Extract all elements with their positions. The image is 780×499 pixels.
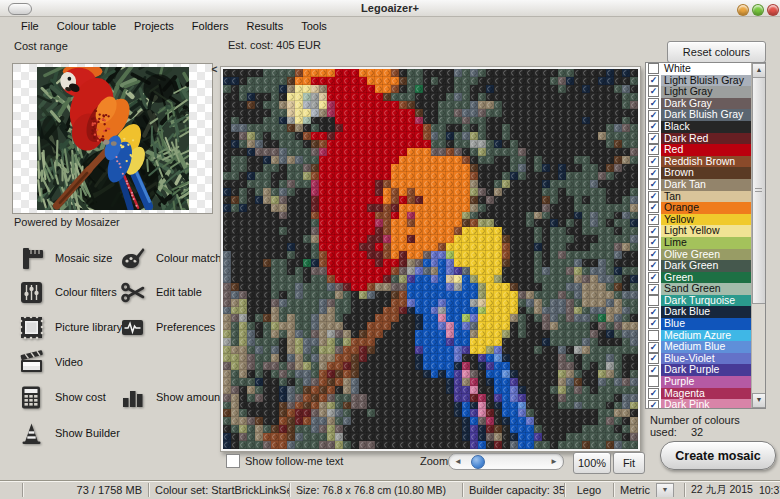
colour-checkbox[interactable]: ✓ — [648, 342, 659, 353]
colour-checkbox[interactable]: ✓ — [648, 98, 659, 109]
colour-row-dark-tan[interactable]: ✓Dark Tan — [646, 179, 765, 191]
colour-row-purple[interactable]: Purple — [646, 376, 765, 388]
zoom-100-button[interactable]: 100% — [573, 452, 611, 474]
colour-row-dark-pink[interactable]: ✓Dark Pink — [646, 399, 765, 409]
show-follow-me-checkbox[interactable] — [226, 454, 240, 468]
colour-checkbox[interactable]: ✓ — [648, 365, 659, 376]
mosaic-preview-panel[interactable] — [220, 66, 641, 452]
colour-row-orange[interactable]: ✓Orange — [646, 202, 765, 214]
colour-name: Sand Green — [661, 283, 752, 295]
colour-checkbox[interactable]: ✓ — [648, 226, 659, 237]
colour-checkbox[interactable]: ✓ — [648, 110, 659, 121]
colour-row-red[interactable]: ✓Red — [646, 144, 765, 156]
colour-row-light-gray[interactable]: ✓Light Gray — [646, 86, 765, 98]
tool-colour-filters[interactable]: Colour filters — [16, 277, 116, 307]
scroll-down-arrow-icon[interactable]: ▼ — [752, 393, 766, 408]
colour-row-tan[interactable]: ✓Tan — [646, 191, 765, 203]
colour-checkbox[interactable]: ✓ — [648, 144, 659, 155]
colour-checkbox[interactable] — [648, 376, 659, 387]
colour-checkbox[interactable]: ✓ — [648, 179, 659, 190]
colour-row-medium-azure[interactable]: Medium Azure — [646, 330, 765, 342]
colour-list-scrollbar[interactable]: ▲ ▼ — [751, 63, 765, 408]
colour-checkbox[interactable]: ✓ — [648, 272, 659, 283]
colour-checkbox[interactable] — [648, 330, 659, 341]
tool-colour-matching[interactable]: Colour matching — [117, 243, 217, 273]
menu-item-projects[interactable]: Projects — [125, 19, 183, 33]
tool-show-builder[interactable]: Show Builder — [16, 418, 116, 448]
colour-row-blue[interactable]: ✓Blue — [646, 318, 765, 330]
tool-show-cost[interactable]: Show cost — [16, 382, 116, 412]
colour-checkbox[interactable]: ✓ — [648, 388, 659, 399]
colour-checkbox[interactable]: ✓ — [648, 156, 659, 167]
colour-row-black[interactable]: ✓Black — [646, 121, 765, 133]
units-dropdown-icon[interactable]: ▼ — [656, 483, 674, 497]
colour-row-magenta[interactable]: ✓Magenta — [646, 388, 765, 400]
reset-colours-button[interactable]: Reset colours — [667, 41, 766, 63]
menu-item-results[interactable]: Results — [238, 19, 293, 33]
colour-checkbox[interactable]: ✓ — [648, 75, 659, 86]
maximize-button[interactable] — [752, 4, 764, 16]
colour-checkbox[interactable]: ✓ — [648, 133, 659, 144]
tool-show-amount[interactable]: Show amount — [117, 382, 217, 412]
mosaic-preview[interactable] — [223, 69, 638, 449]
colour-row-dark-gray[interactable]: ✓Dark Gray — [646, 98, 765, 110]
menu-item-folders[interactable]: Folders — [183, 19, 238, 33]
colour-checkbox[interactable]: ✓ — [648, 249, 659, 260]
zoom-slider[interactable]: ◄ ► — [448, 453, 564, 470]
colour-row-green[interactable]: ✓Green — [646, 272, 765, 284]
tool-preferences[interactable]: Preferences — [117, 312, 217, 342]
colour-row-light-yellow[interactable]: ✓Light Yellow — [646, 225, 765, 237]
fit-button[interactable]: Fit — [613, 452, 645, 474]
zoom-out-arrow-icon[interactable]: ◄ — [454, 456, 462, 467]
zoom-slider-thumb[interactable] — [471, 455, 485, 469]
colour-checkbox[interactable] — [648, 295, 659, 306]
colour-checkbox[interactable]: ✓ — [648, 237, 659, 248]
colour-row-lime[interactable]: ✓Lime — [646, 237, 765, 249]
tool-edit-table[interactable]: Edit table — [117, 277, 217, 307]
colour-checkbox[interactable]: ✓ — [648, 284, 659, 295]
colour-row-dark-turquoise[interactable]: Dark Turquoise — [646, 295, 765, 307]
colour-checkbox[interactable]: ✓ — [648, 307, 659, 318]
colour-checkbox[interactable]: ✓ — [648, 202, 659, 213]
tool-picture-library[interactable]: Picture library — [16, 312, 116, 342]
colour-row-reddish-brown[interactable]: ✓Reddish Brown — [646, 156, 765, 168]
colour-row-yellow[interactable]: ✓Yellow — [646, 214, 765, 226]
colour-row-dark-bluish-gray[interactable]: ✓Dark Bluish Gray — [646, 109, 765, 121]
colour-row-brown[interactable]: ✓Brown — [646, 167, 765, 179]
colour-row-blue-violet[interactable]: ✓Blue-Violet — [646, 353, 765, 365]
colour-checkbox[interactable] — [648, 63, 659, 74]
colour-checkbox[interactable]: ✓ — [648, 260, 659, 271]
colour-checkbox[interactable]: ✓ — [648, 86, 659, 97]
colour-row-sand-green[interactable]: ✓Sand Green — [646, 283, 765, 295]
colour-row-medium-blue[interactable]: ✓Medium Blue — [646, 341, 765, 353]
colour-row-dark-purple[interactable]: ✓Dark Purple — [646, 364, 765, 376]
colour-checkbox[interactable]: ✓ — [648, 168, 659, 179]
colour-checkbox[interactable]: ✓ — [648, 353, 659, 364]
colour-checkbox[interactable]: ✓ — [648, 191, 659, 202]
menu-item-colour-table[interactable]: Colour table — [48, 19, 125, 33]
colour-checkbox[interactable]: ✓ — [648, 400, 659, 409]
colour-row-white[interactable]: White — [646, 63, 765, 75]
tool-video[interactable]: Video — [16, 347, 116, 377]
tool-mosaic-size[interactable]: Mosaic size — [16, 243, 116, 273]
colour-checkbox[interactable]: ✓ — [648, 121, 659, 132]
close-button[interactable] — [767, 4, 779, 16]
colour-row-light-bluish-gray[interactable]: ✓Light Bluish Gray — [646, 75, 765, 87]
colour-row-olive-green[interactable]: ✓Olive Green — [646, 249, 765, 261]
scroll-up-arrow-icon[interactable]: ▲ — [752, 63, 766, 78]
colour-checkbox[interactable]: ✓ — [648, 214, 659, 225]
colour-name: Dark Gray — [661, 98, 752, 110]
create-mosaic-button[interactable]: Create mosaic — [660, 441, 776, 470]
scrollbar-thumb[interactable] — [752, 77, 766, 304]
menu-item-tools[interactable]: Tools — [292, 19, 336, 33]
units-selector[interactable]: Metric ▼ — [613, 483, 684, 497]
colour-row-dark-blue[interactable]: ✓Dark Blue — [646, 306, 765, 318]
collapse-panel-button[interactable]: < — [209, 64, 220, 76]
minimize-button[interactable] — [737, 4, 749, 16]
colour-name: Dark Tan — [661, 179, 752, 191]
zoom-in-arrow-icon[interactable]: ► — [550, 456, 558, 467]
colour-checkbox[interactable]: ✓ — [648, 318, 659, 329]
colour-row-dark-red[interactable]: ✓Dark Red — [646, 133, 765, 145]
menu-item-file[interactable]: File — [12, 19, 48, 33]
colour-row-dark-green[interactable]: ✓Dark Green — [646, 260, 765, 272]
